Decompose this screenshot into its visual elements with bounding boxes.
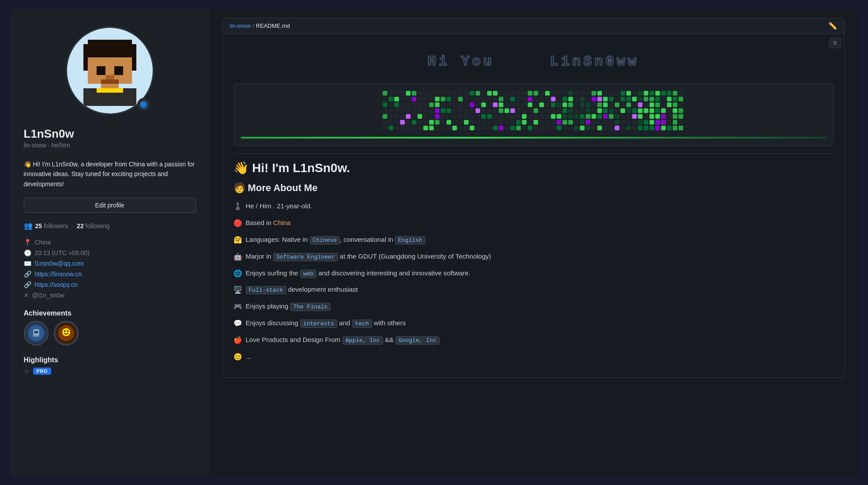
svg-rect-305 (504, 120, 509, 125)
svg-rect-197 (481, 109, 486, 113)
svg-rect-158 (556, 103, 561, 108)
svg-rect-258 (534, 114, 538, 119)
svg-rect-175 (655, 103, 660, 108)
svg-rect-219 (609, 109, 613, 113)
svg-rect-247 (470, 114, 474, 119)
contrib-bar (241, 137, 826, 139)
svg-rect-365 (551, 126, 556, 131)
emoji-2: 🔴 (233, 217, 242, 230)
svg-rect-117 (620, 97, 625, 102)
meta-twitter: ✕ @l1n_sn0w (24, 292, 196, 299)
svg-rect-222 (626, 109, 631, 113)
svg-rect-139 (446, 103, 451, 108)
svg-rect-141 (458, 103, 463, 108)
svg-rect-226 (649, 109, 654, 113)
code-tech: tech (352, 320, 372, 328)
svg-rect-43 (493, 91, 498, 96)
svg-rect-95 (493, 97, 498, 102)
svg-rect-349 (458, 126, 463, 131)
svg-rect-372 (591, 126, 596, 131)
svg-rect-299 (470, 120, 474, 125)
readme-body: ⧉ Hi You L1nSn0ww 👋 Hi! I'm L1nSn0w. (222, 34, 845, 378)
svg-rect-188 (429, 109, 434, 113)
svg-rect-277 (643, 114, 648, 119)
svg-rect-215 (586, 109, 590, 113)
svg-rect-93 (481, 97, 486, 102)
line-6-text: Full-stack development enthusiast (246, 283, 834, 295)
svg-rect-306 (510, 120, 515, 125)
email-link[interactable]: l1nsn0w@qq.com (35, 260, 84, 267)
svg-rect-74 (673, 91, 677, 96)
svg-rect-178 (673, 103, 677, 108)
svg-rect-376 (615, 126, 620, 131)
svg-rect-63 (609, 91, 613, 96)
svg-rect-318 (580, 120, 585, 125)
svg-rect-238 (417, 114, 422, 119)
svg-rect-110 (580, 97, 585, 102)
svg-rect-278 (649, 114, 654, 119)
svg-rect-53 (551, 91, 556, 96)
svg-rect-35 (446, 91, 451, 96)
svg-rect-132 (406, 103, 410, 108)
svg-rect-109 (574, 97, 579, 102)
bio-text: Hi! I'm L1nSn0w, a developer from China … (24, 161, 195, 188)
svg-rect-343 (423, 126, 428, 131)
svg-rect-133 (412, 103, 417, 108)
svg-rect-307 (516, 120, 521, 125)
svg-rect-369 (574, 126, 579, 131)
svg-rect-377 (620, 126, 625, 131)
link1[interactable]: https://linsnow.cn (35, 271, 82, 278)
svg-rect-245 (458, 114, 463, 119)
svg-rect-251 (493, 114, 498, 119)
svg-rect-272 (615, 114, 620, 119)
readme-line-6: 🖥️ Full-stack development enthusiast (233, 283, 834, 297)
svg-rect-58 (580, 91, 585, 96)
svg-rect-122 (649, 97, 654, 102)
svg-rect-335 (678, 120, 683, 125)
svg-rect-111 (586, 97, 590, 102)
svg-rect-164 (591, 103, 596, 108)
edit-profile-button[interactable]: Edit profile (24, 198, 196, 213)
copy-button[interactable]: ⧉ (829, 38, 841, 48)
svg-rect-236 (406, 114, 410, 119)
svg-rect-66 (626, 91, 631, 96)
svg-rect-263 (562, 114, 567, 119)
breadcrumb-user[interactable]: lin-snow (230, 23, 251, 29)
svg-rect-134 (417, 103, 422, 108)
link2[interactable]: https://soopy.cn (35, 281, 78, 288)
svg-rect-201 (504, 109, 509, 113)
svg-rect-13 (97, 88, 123, 93)
svg-rect-148 (499, 103, 504, 108)
svg-rect-282 (673, 114, 677, 119)
svg-rect-233 (388, 114, 393, 119)
contrib-svg (241, 91, 826, 132)
following-count: 22 following (77, 222, 109, 229)
svg-point-21 (62, 328, 70, 336)
svg-rect-288 (406, 120, 410, 125)
svg-rect-271 (609, 114, 613, 119)
svg-rect-382 (649, 126, 654, 131)
achievement-1 (24, 321, 49, 346)
svg-rect-253 (504, 114, 509, 119)
svg-rect-290 (417, 120, 422, 125)
svg-rect-57 (574, 91, 579, 96)
svg-rect-54 (556, 91, 561, 96)
svg-rect-73 (667, 91, 672, 96)
svg-rect-154 (534, 103, 538, 108)
svg-rect-107 (562, 97, 567, 102)
svg-rect-355 (493, 126, 498, 131)
svg-rect-3 (83, 49, 136, 57)
svg-rect-260 (545, 114, 550, 119)
svg-rect-273 (620, 114, 625, 119)
avatar-image (75, 35, 145, 106)
svg-rect-375 (609, 126, 613, 131)
svg-rect-173 (643, 103, 648, 108)
svg-rect-98 (510, 97, 515, 102)
svg-rect-24 (383, 91, 387, 96)
readme-header: lin-snow / README.md ✏️ (222, 18, 845, 34)
svg-rect-390 (661, 120, 666, 125)
svg-rect-56 (568, 91, 573, 96)
edit-icon[interactable]: ✏️ (828, 22, 837, 30)
svg-rect-169 (620, 103, 625, 108)
code-chinese: Chinese (310, 236, 340, 244)
